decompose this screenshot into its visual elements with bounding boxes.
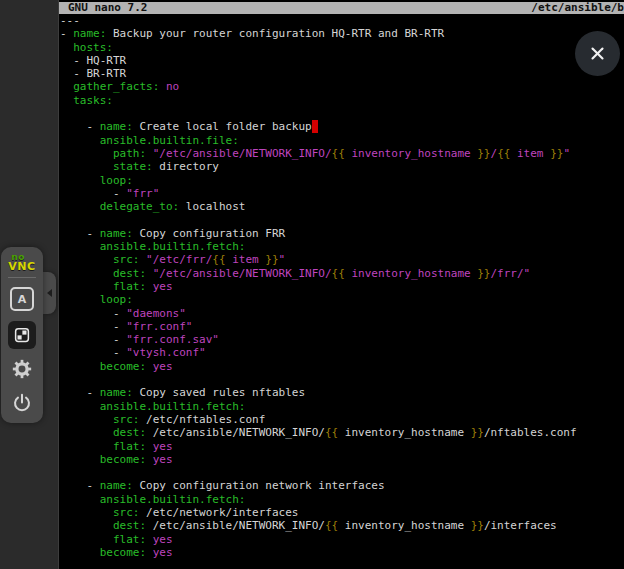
editor-line: loop: — [60, 174, 624, 187]
chevron-left-icon — [47, 289, 52, 297]
vnc-sidebar-strip: no VNC A — [0, 0, 59, 569]
editor-line: dest: "/etc/ansible/NETWORK_INFO/{{ inve… — [60, 267, 624, 280]
keyboard-a-icon: A — [10, 287, 34, 311]
editor-line: - "frr.conf.sav" — [60, 333, 624, 346]
editor-line: - name: Create local folder backup — [60, 120, 624, 133]
close-icon — [588, 44, 607, 63]
editor-line: - name: Copy saved rules nftables — [60, 386, 624, 399]
editor-line: path: "/etc/ansible/NETWORK_INFO/{{ inve… — [60, 147, 624, 160]
editor-line: gather_facts: no — [60, 80, 624, 93]
sidebar-collapse-handle[interactable] — [43, 272, 56, 314]
power-icon — [11, 392, 33, 414]
fullscreen-button[interactable] — [7, 320, 37, 350]
nano-titlebar: GNU nano 7.2 /etc/ansible/b — [59, 2, 624, 14]
editor-line: - "daemons" — [60, 307, 624, 320]
editor-line: flat: yes — [60, 440, 624, 453]
editor-line: ansible.builtin.file: — [60, 134, 624, 147]
nano-title: GNU nano 7.2 — [59, 2, 147, 14]
editor-line: --- — [60, 14, 624, 27]
editor-line: src: "/etc/frr/{{ item }}" — [60, 253, 624, 266]
editor-line: - HQ-RTR — [60, 54, 624, 67]
editor-line: hosts: — [60, 41, 624, 54]
editor-line: become: yes — [60, 360, 624, 373]
editor-line: - "frr.conf" — [60, 320, 624, 333]
close-button[interactable] — [575, 31, 620, 76]
editor-line: - name: Copy configuration network inter… — [60, 479, 624, 492]
text-cursor — [312, 120, 319, 133]
editor-line: ansible.builtin.fetch: — [60, 400, 624, 413]
editor-line: - name: Backup your router configuration… — [60, 27, 624, 40]
editor-line: - "frr" — [60, 187, 624, 200]
editor-line — [60, 213, 624, 226]
editor-line — [60, 373, 624, 386]
editor-line: become: yes — [60, 546, 624, 559]
novnc-logo: no VNC — [8, 253, 35, 271]
novnc-logo-vnc: VNC — [8, 262, 35, 271]
editor-line: dest: /etc/ansible/NETWORK_INFO/{{ inven… — [60, 519, 624, 532]
editor-line: become: yes — [60, 453, 624, 466]
editor-line: ansible.builtin.fetch: — [60, 493, 624, 506]
editor-line: - name: Copy configuration FRR — [60, 227, 624, 240]
editor-line: loop: — [60, 293, 624, 306]
editor-line — [60, 107, 624, 120]
vnc-control-panel: no VNC A — [1, 247, 43, 423]
editor-line — [60, 466, 624, 479]
editor-line: dest: /etc/ansible/NETWORK_INFO/{{ inven… — [60, 426, 624, 439]
editor-content[interactable]: ---- name: Backup your router configurat… — [60, 14, 624, 569]
editor-line: src: /etc/network/interfaces — [60, 506, 624, 519]
editor-line: state: directory — [60, 160, 624, 173]
editor-line: tasks: — [60, 94, 624, 107]
editor-line: - BR-RTR — [60, 67, 624, 80]
editor-line: flat: yes — [60, 280, 624, 293]
gear-icon — [11, 358, 33, 380]
terminal-screen[interactable]: GNU nano 7.2 /etc/ansible/b ---- name: B… — [59, 0, 624, 569]
editor-line: delegate_to: localhost — [60, 200, 624, 213]
editor-line: flat: yes — [60, 533, 624, 546]
editor-line: - "vtysh.conf" — [60, 346, 624, 359]
power-button[interactable] — [7, 388, 37, 418]
fullscreen-icon — [8, 321, 36, 349]
settings-button[interactable] — [7, 354, 37, 384]
keyboard-button[interactable]: A — [7, 284, 37, 314]
nano-file-path: /etc/ansible/b — [531, 2, 624, 14]
editor-line: src: /etc/nftables.conf — [60, 413, 624, 426]
editor-line: ansible.builtin.fetch: — [60, 240, 624, 253]
panel-divider — [8, 277, 36, 278]
